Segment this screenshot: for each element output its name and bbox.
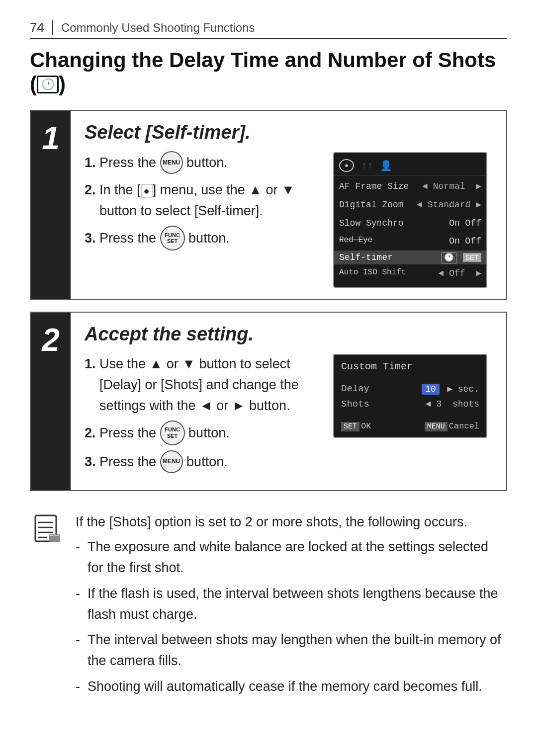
func-set-button-icon: FUNCSET xyxy=(160,226,185,251)
header-separator xyxy=(52,20,53,35)
self-timer-icon: 🕐 xyxy=(37,76,59,93)
step-2-screen: Custom Timer Delay 10 ▶ sec. Shots ◄ 3 xyxy=(333,354,492,479)
cam-row-slow: Slow Synchro On Off xyxy=(334,214,486,233)
camera-screen-2: Custom Timer Delay 10 ▶ sec. Shots ◄ 3 xyxy=(333,354,487,438)
step-2-inner: 1. Use the ▲ or ▼ button to select [Dela… xyxy=(85,354,492,479)
cam2-cancel-btn: MENUCancel xyxy=(425,421,479,431)
step-1-block: 1 Select [Self-timer]. 1. Press the MENU… xyxy=(30,110,507,300)
svg-marker-6 xyxy=(46,542,49,545)
cam-row-selftimer: Self-timer 🕐 SET xyxy=(334,251,486,264)
note-intro: If the [Shots] option is set to 2 or mor… xyxy=(76,512,507,532)
step-2-instructions: 1. Use the ▲ or ▼ button to select [Dela… xyxy=(85,354,321,479)
page-header: 74 Commonly Used Shooting Functions xyxy=(30,20,507,39)
cam2-delay-row: Delay 10 ▶ sec. xyxy=(341,381,479,397)
cam-row-iso: Auto ISO Shift ◄ Off ▶ xyxy=(334,264,486,283)
note-item-1: The exposure and white balance are locke… xyxy=(76,537,507,579)
note-list: The exposure and white balance are locke… xyxy=(76,537,507,697)
cam-row-redeye: Red-Eye On Off xyxy=(334,232,486,251)
menu-button-icon-2: MENU xyxy=(160,450,183,473)
cam2-delay-value: 10 xyxy=(422,384,440,395)
cam2-shots-row: Shots ◄ 3 shots xyxy=(341,397,479,412)
note-item-2: If the flash is used, the interval betwe… xyxy=(76,584,507,625)
step-1-instruction-1: 1. Press the MENU button. xyxy=(85,152,321,175)
cam-top-sep: ↑↑ xyxy=(361,160,373,171)
cam2-shots-value: ◄ 3 shots xyxy=(426,399,479,409)
note-svg-icon xyxy=(31,513,63,545)
step-2-instruction-2: 2. Press the FUNCSET button. xyxy=(85,421,321,446)
camera-screen-1: ● ↑↑ 👤 AF Frame Size ◄ Normal ▶ Digital … xyxy=(333,152,487,288)
note-item-4: Shooting will automatically cease if the… xyxy=(76,676,507,697)
step-2-instruction-3: 3. Press the MENU button. xyxy=(85,451,321,474)
cam2-title: Custom Timer xyxy=(341,361,479,372)
step-1-screen: ● ↑↑ 👤 AF Frame Size ◄ Normal ▶ Digital … xyxy=(333,152,492,288)
chapter-title-text: Changing the Delay Time and Number of Sh… xyxy=(30,48,496,95)
note-icon xyxy=(30,512,65,547)
menu-button-icon: MENU xyxy=(160,151,183,174)
page-container: 74 Commonly Used Shooting Functions Chan… xyxy=(0,0,537,722)
page-number: 74 xyxy=(30,20,44,35)
note-content: If the [Shots] option is set to 2 or mor… xyxy=(76,512,507,702)
cam-top-person: 👤 xyxy=(380,160,392,172)
note-item-3: The interval between shots may lengthen … xyxy=(76,630,507,672)
func-set-button-icon-2: FUNCSET xyxy=(160,420,185,445)
step-2-title: Accept the setting. xyxy=(85,324,492,345)
camera-mode-icon: ● xyxy=(339,159,354,172)
step-2-block: 2 Accept the setting. 1. Use the ▲ or ▼ … xyxy=(30,312,507,491)
page-subtitle: Commonly Used Shooting Functions xyxy=(61,21,255,35)
cam-top-icons: ● ↑↑ 👤 xyxy=(334,157,486,175)
step-1-inner: 1. Press the MENU button. 2. In the [●] … xyxy=(85,152,492,288)
step-1-content: Select [Self-timer]. 1. Press the MENU b… xyxy=(71,111,506,299)
step-1-instruction-2: 2. In the [●] menu, use the ▲ or ▼ butto… xyxy=(85,180,321,222)
cam-row-zoom: Digital Zoom ◄ Standard ▶ xyxy=(334,196,486,214)
step-1-instructions: 1. Press the MENU button. 2. In the [●] … xyxy=(85,152,321,288)
chapter-title-close: ) xyxy=(59,72,66,95)
cam2-ok-btn: SETOK xyxy=(341,421,371,431)
cam-row-af: AF Frame Size ◄ Normal ▶ xyxy=(334,177,486,196)
cam2-delay-unit: ▶ sec. xyxy=(447,384,479,394)
note-block: If the [Shots] option is set to 2 or mor… xyxy=(30,503,507,702)
step-1-title: Select [Self-timer]. xyxy=(85,122,492,143)
step-2-number: 2 xyxy=(31,313,71,490)
cam2-footer: SETOK MENUCancel xyxy=(341,421,479,431)
step-1-instruction-3: 3. Press the FUNCSET button. xyxy=(85,227,321,252)
step-2-instruction-1: 1. Use the ▲ or ▼ button to select [Dela… xyxy=(85,354,321,417)
step-1-number: 1 xyxy=(31,111,71,299)
step-2-content: Accept the setting. 1. Use the ▲ or ▼ bu… xyxy=(71,313,506,490)
chapter-title: Changing the Delay Time and Number of Sh… xyxy=(30,48,507,96)
